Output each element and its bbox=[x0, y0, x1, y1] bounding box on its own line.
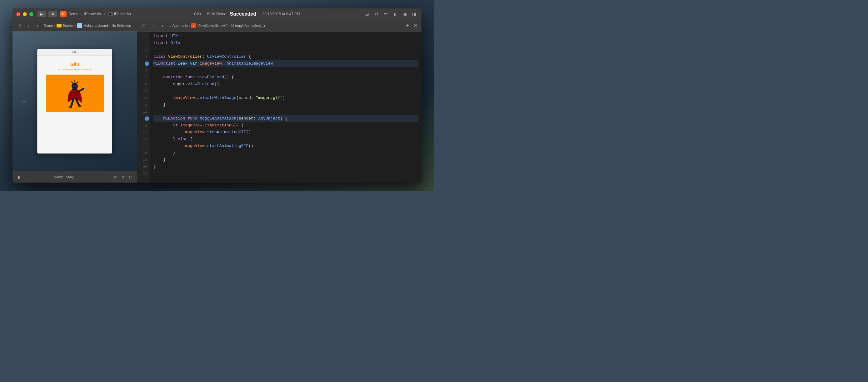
run-button[interactable]: ▶ bbox=[37, 11, 46, 17]
code-line-17: imageView.startAnimatingGIF() bbox=[153, 143, 418, 149]
main-content: ⊞ ‹ › Demo › Source › Main.storyboard › … bbox=[12, 20, 422, 182]
add-editor-button[interactable]: + bbox=[405, 23, 410, 28]
line-num-5-breakpoint: 5 bbox=[137, 60, 150, 67]
svg-point-10 bbox=[78, 105, 82, 107]
line-num-3: 3 bbox=[137, 46, 150, 54]
code-line-14: if imageView.isAnimatingGIF { bbox=[153, 122, 418, 129]
back-nav-button[interactable]: ‹ bbox=[25, 22, 32, 29]
svg-text:📱: 📱 bbox=[108, 12, 112, 15]
storyboard-icon bbox=[77, 23, 82, 28]
iphone-frame: Gifu Gifu Tap the image to pause/resume bbox=[37, 49, 112, 153]
titlebar: ▶ ■ D Demo — iPhone 6s › 📱 iPhone 6s Gif… bbox=[12, 8, 422, 20]
app-icon: D bbox=[60, 11, 67, 17]
code-line-13: @IBAction func toggleAnimation(sender: A… bbox=[153, 115, 418, 122]
code-line-18: } bbox=[153, 149, 418, 157]
svg-point-8 bbox=[84, 86, 86, 89]
line-num-20: 20 bbox=[137, 163, 150, 170]
code-editor[interactable]: 1 2 3 4 5 6 7 8 9 10 11 12 13 14 15 16 1 bbox=[137, 32, 422, 182]
storyboard-canvas: → Gifu Gifu Tap the image to pause/resum… bbox=[12, 32, 137, 171]
navigator-button[interactable]: ◧ bbox=[392, 10, 399, 18]
minimize-button[interactable] bbox=[23, 12, 27, 16]
code-line-11: } bbox=[153, 101, 418, 108]
left-breadcrumb: Demo › Source › Main.storyboard › No Sel… bbox=[44, 23, 131, 28]
code-forward-button[interactable]: › bbox=[159, 22, 166, 29]
window-title: Demo — iPhone 6s › 📱 iPhone 6s bbox=[68, 12, 131, 16]
line-num-11: 11 bbox=[137, 101, 150, 108]
line-num-4: 4 bbox=[137, 54, 150, 60]
line-num-12: 12 bbox=[137, 108, 150, 115]
app-title-label: Gifu bbox=[70, 62, 79, 67]
layout-icon-3[interactable]: ⊠ bbox=[120, 174, 126, 180]
line-num-8: 8 bbox=[137, 81, 150, 88]
code-line-19: } bbox=[153, 157, 418, 163]
refresh-button[interactable]: ↺ bbox=[373, 10, 380, 18]
code-line-4: class ViewController: UIViewController { bbox=[153, 54, 418, 60]
line-num-1: 1 bbox=[137, 33, 150, 40]
line-num-19: 19 bbox=[137, 157, 150, 163]
grid-view-button[interactable]: ⊞ bbox=[363, 10, 371, 18]
stop-button[interactable]: ■ bbox=[49, 11, 57, 17]
xcode-window: ▶ ■ D Demo — iPhone 6s › 📱 iPhone 6s Gif… bbox=[12, 8, 422, 182]
size-info: wAny hAny bbox=[26, 175, 102, 179]
iphone-title-bar: Gifu bbox=[37, 49, 112, 56]
line-num-17: 17 bbox=[137, 143, 150, 149]
iphone-content: Gifu Tap the image to pause/resume bbox=[37, 56, 112, 115]
right-panel: ⊞ ‹ › ⊙ Automatic › S ViewController.swi… bbox=[137, 20, 422, 182]
layout-icons: ⊟ ⊞ ⊠ ⊡ bbox=[105, 174, 134, 180]
layout-icon-4[interactable]: ⊡ bbox=[127, 174, 134, 180]
code-line-6 bbox=[153, 67, 418, 74]
utilities-button[interactable]: ◨ bbox=[410, 10, 418, 18]
left-panel-toolbar: ⊞ ‹ › Demo › Source › Main.storyboard › … bbox=[12, 20, 137, 32]
titlebar-right-controls: ⊞ ↺ ⇄ ◧ ▣ ◨ bbox=[363, 10, 418, 18]
traffic-lights bbox=[16, 12, 33, 16]
gif-image-view[interactable] bbox=[46, 75, 104, 112]
svg-point-5 bbox=[71, 83, 78, 90]
line-num-9: 9 bbox=[137, 88, 150, 95]
line-num-15: 15 bbox=[137, 129, 150, 136]
document-outline-button[interactable]: ◧ bbox=[16, 173, 23, 181]
code-line-8: super.viewDidLoad() bbox=[153, 81, 418, 88]
folder-icon bbox=[57, 24, 62, 28]
close-editor-button[interactable]: ✕ bbox=[413, 23, 418, 28]
left-panel: ⊞ ‹ › Demo › Source › Main.storyboard › … bbox=[12, 20, 137, 182]
code-content: import UIKit import Gifu class ViewContr… bbox=[150, 32, 422, 182]
code-toolbar: ⊞ ‹ › ⊙ Automatic › S ViewController.swi… bbox=[137, 20, 422, 32]
code-line-20: } bbox=[153, 163, 418, 170]
layout-icon-2[interactable]: ⊞ bbox=[113, 174, 119, 180]
code-line-16: } else { bbox=[153, 136, 418, 143]
line-num-10: 10 bbox=[137, 95, 150, 101]
maximize-button[interactable] bbox=[29, 12, 33, 16]
code-back-button[interactable]: ‹ bbox=[150, 22, 157, 29]
code-line-21 bbox=[153, 170, 418, 177]
entry-arrow: → bbox=[22, 98, 28, 105]
close-button[interactable] bbox=[16, 12, 20, 16]
code-toolbar-right: + ✕ bbox=[405, 23, 418, 28]
grid-icon[interactable]: ⊞ bbox=[16, 22, 23, 29]
svg-point-9 bbox=[69, 106, 72, 108]
line-num-18: 18 bbox=[137, 149, 150, 157]
app-subtitle-label: Tap the image to pause/resume bbox=[57, 68, 92, 71]
code-line-12 bbox=[153, 108, 418, 115]
code-line-1: import UIKit bbox=[153, 33, 418, 40]
left-bottom-bar: ◧ wAny hAny ⊟ ⊞ ⊠ ⊡ bbox=[12, 171, 137, 182]
svg-rect-6 bbox=[73, 85, 74, 86]
code-grid-icon[interactable]: ⊞ bbox=[140, 22, 147, 29]
code-line-5: @IBOutlet weak var imageView: Animatable… bbox=[153, 60, 418, 67]
line-num-7: 7 bbox=[137, 74, 150, 81]
line-num-14: 14 bbox=[137, 122, 150, 129]
line-num-16: 16 bbox=[137, 136, 150, 143]
code-line-15: imageView.stopAnimatingGIF() bbox=[153, 129, 418, 136]
back-forward-button[interactable]: ⇄ bbox=[382, 10, 390, 18]
code-line-2: import Gifu bbox=[153, 40, 418, 46]
code-line-9 bbox=[153, 88, 418, 95]
line-numbers: 1 2 3 4 5 6 7 8 9 10 11 12 13 14 15 16 1 bbox=[137, 32, 150, 182]
svg-text:D: D bbox=[62, 13, 64, 15]
split-view-button[interactable]: ▣ bbox=[401, 10, 408, 18]
svg-rect-7 bbox=[75, 85, 76, 86]
code-line-3 bbox=[153, 46, 418, 54]
layout-icon-1[interactable]: ⊟ bbox=[105, 174, 111, 180]
code-breadcrumb: ⊙ Automatic › S ViewController.swift › M… bbox=[168, 23, 402, 28]
swift-icon: S bbox=[191, 23, 196, 28]
forward-nav-button[interactable]: › bbox=[34, 22, 41, 29]
line-num-2: 2 bbox=[137, 40, 150, 46]
